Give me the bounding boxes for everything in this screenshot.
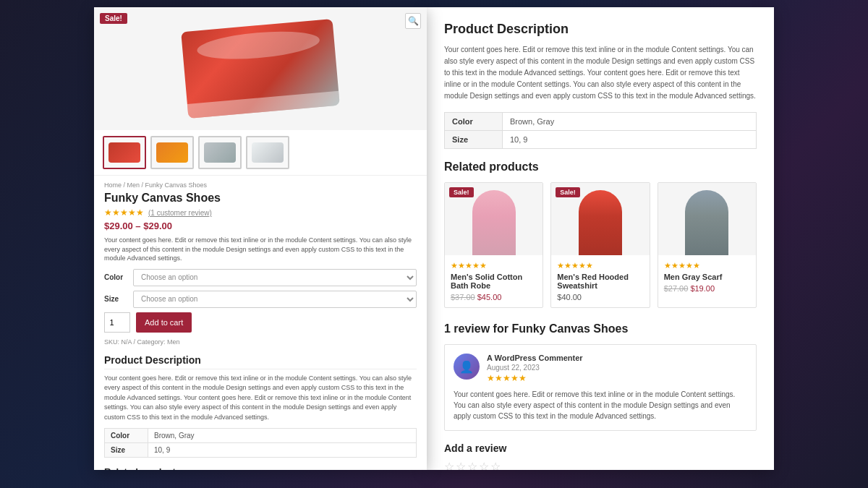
right-attr-size-value: 10, 9	[503, 131, 757, 149]
right-card-1-info: ★★★★★ Men's Solid Cotton Bath Robe $37.0…	[445, 255, 542, 307]
review-text: Your content goes here. Edit or remove t…	[454, 389, 747, 421]
product-shoe-image	[181, 19, 340, 119]
breadcrumb: Home / Men / Funky Canvas Shoes	[104, 181, 417, 189]
product-desc-short: Your content goes here. Edit or remove t…	[104, 236, 417, 263]
price-display: $29.00 – $29.00	[104, 221, 172, 231]
left-attr-table: Color Brown, Gray Size 10, 9	[104, 428, 417, 458]
right-card-3-price: $27.00 $19.00	[664, 284, 750, 293]
reviewer-avatar: 👤	[454, 354, 480, 380]
right-card-3-stars: ★★★★★	[664, 261, 750, 270]
thumbnail-4[interactable]	[246, 136, 289, 169]
reviewer-stars: ★★★★★	[487, 373, 747, 383]
right-card-2-price: $40.00	[557, 293, 643, 301]
size-option-row: Size Choose an option	[104, 291, 417, 308]
star-2[interactable]: ☆	[456, 460, 466, 470]
left-product-desc-title: Product Description	[104, 354, 417, 369]
review-link[interactable]: (1 customer review)	[148, 209, 212, 217]
add-to-cart-row: Add to cart	[104, 312, 417, 333]
add-review-title: Add a review	[444, 442, 757, 454]
color-label: Color	[104, 273, 126, 281]
right-attr-color-value: Brown, Gray	[503, 113, 757, 131]
right-card-3[interactable]: ★★★★★ Men Gray Scarf $27.00 $19.00	[658, 182, 757, 308]
add-to-cart-button[interactable]: Add to cart	[136, 312, 192, 333]
right-card-1-person	[472, 190, 516, 255]
right-desc-text: Your content goes here. Edit or remove t…	[444, 44, 757, 102]
right-card-2-person	[579, 190, 622, 255]
thumbnail-2[interactable]	[150, 136, 194, 169]
star-5[interactable]: ☆	[490, 460, 501, 470]
right-card-1-sale: Sale!	[449, 187, 474, 197]
sale-badge-main: Sale!	[100, 13, 127, 24]
right-card-1-stars: ★★★★★	[451, 261, 537, 270]
thumbnail-row	[94, 130, 427, 176]
right-card-1-name: Men's Solid Cotton Bath Robe	[451, 273, 537, 290]
right-card-1-price: $37.00 $45.00	[451, 293, 537, 301]
right-card-1[interactable]: Sale! ★★★★★ Men's Solid Cotton Bath Robe…	[444, 182, 543, 308]
stars-row: ★★★★★ (1 customer review)	[104, 207, 417, 218]
review-section-title: 1 review for Funky Canvas Shoes	[444, 322, 757, 335]
right-attr-size-label: Size	[445, 131, 503, 149]
quantity-input[interactable]	[104, 312, 130, 333]
product-info: Home / Men / Funky Canvas Shoes Funky Ca…	[94, 176, 427, 470]
zoom-icon[interactable]: 🔍	[405, 13, 421, 29]
reviewer-name: A WordPress Commenter	[487, 354, 747, 362]
right-card-2-info: ★★★★★ Men's Red Hooded Sweatshirt $40.00	[551, 255, 649, 307]
attr-size-label: Size	[105, 443, 148, 458]
product-title: Funky Canvas Shoes	[104, 192, 417, 205]
right-card-3-name: Men Gray Scarf	[664, 273, 750, 281]
star-1[interactable]: ☆	[444, 460, 454, 470]
reviewer-row: 👤 A WordPress Commenter August 22, 2023 …	[454, 354, 747, 383]
right-card-3-person	[685, 190, 728, 255]
right-card-2-name: Men's Red Hooded Sweatshirt	[557, 273, 643, 290]
reviewer-date: August 22, 2023	[487, 364, 747, 372]
size-select[interactable]: Choose an option	[133, 291, 417, 308]
product-stars: ★★★★★	[104, 207, 144, 218]
star-3[interactable]: ☆	[467, 460, 477, 470]
right-attr-table: Color Brown, Gray Size 10, 9	[444, 112, 757, 149]
star-4[interactable]: ☆	[479, 460, 489, 470]
thumbnail-1[interactable]	[103, 136, 146, 169]
right-card-3-img	[658, 183, 756, 255]
size-label: Size	[104, 295, 126, 303]
review-card: 👤 A WordPress Commenter August 22, 2023 …	[444, 344, 757, 431]
left-related-title: Related products	[104, 466, 417, 470]
right-panel[interactable]: Product Description Your content goes he…	[427, 7, 774, 470]
right-card-2-stars: ★★★★★	[557, 261, 643, 270]
right-card-2-sale: Sale!	[556, 187, 580, 197]
reviewer-info: A WordPress Commenter August 22, 2023 ★★…	[487, 354, 747, 383]
right-desc-title: Product Description	[444, 22, 757, 37]
attr-color-value: Brown, Gray	[148, 429, 417, 443]
right-card-3-info: ★★★★★ Men Gray Scarf $27.00 $19.00	[658, 255, 756, 299]
left-product-panel: Sale! 🔍 Home /	[94, 7, 427, 470]
left-product-desc-text: Your content goes here. Edit or remove t…	[104, 374, 417, 423]
left-panel-scroll[interactable]: Sale! 🔍 Home /	[94, 7, 427, 470]
color-option-row: Color Choose an option	[104, 269, 417, 286]
right-related-grid: Sale! ★★★★★ Men's Solid Cotton Bath Robe…	[444, 182, 757, 308]
right-related-title: Related products	[444, 160, 757, 174]
attr-size-value: 10, 9	[148, 443, 417, 458]
add-review-stars[interactable]: ☆ ☆ ☆ ☆ ☆	[444, 460, 757, 470]
sku-row: SKU: N/A / Category: Men	[104, 338, 417, 346]
color-select[interactable]: Choose an option	[133, 269, 417, 286]
product-main-image: Sale! 🔍	[94, 7, 427, 130]
thumbnail-3[interactable]	[198, 136, 242, 169]
right-attr-color-label: Color	[445, 113, 503, 131]
attr-color-label: Color	[105, 429, 148, 443]
price-row: $29.00 – $29.00	[104, 221, 417, 231]
right-card-2[interactable]: Sale! ★★★★★ Men's Red Hooded Sweatshirt …	[550, 182, 650, 308]
